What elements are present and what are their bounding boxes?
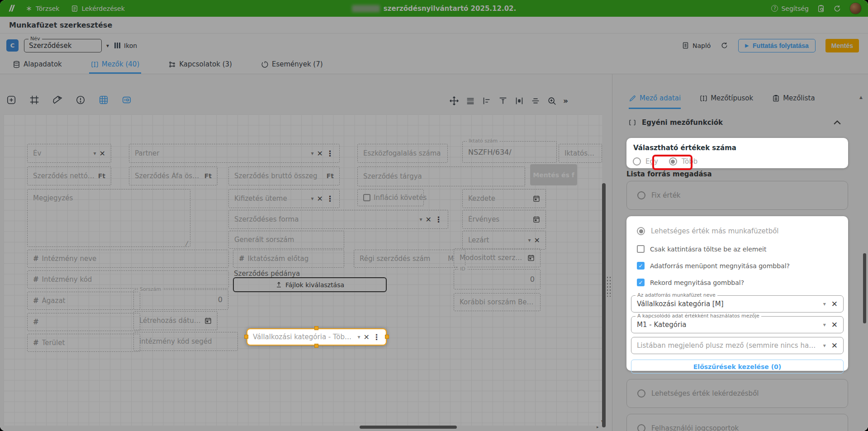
align-top-icon[interactable]	[498, 96, 508, 106]
section-egyeni-mezofunkciok[interactable]: Egyéni mezőfunkciók	[629, 118, 841, 127]
naplo-button[interactable]: Napló	[682, 42, 711, 49]
align-middle-icon[interactable]	[531, 96, 541, 106]
clear-icon[interactable]: ✕	[831, 320, 838, 329]
resize-handle[interactable]: ╱	[185, 241, 188, 246]
id-badge-icon[interactable]	[122, 95, 132, 105]
rows-icon[interactable]	[465, 96, 475, 106]
collapse-chevron-icon[interactable]	[834, 119, 841, 126]
canvas-field[interactable]: Szerződés Áfa összegFt	[129, 166, 218, 185]
canvas-field[interactable]: Létrehozás dátuma	[133, 311, 218, 330]
zoom-icon[interactable]	[547, 96, 557, 106]
tab-alapadatok[interactable]: Alapadatok	[11, 57, 64, 74]
selection-handle[interactable]	[314, 344, 318, 348]
selection-handle[interactable]	[244, 335, 248, 339]
select-datasource-workbook[interactable]: Az adatforrás munkafüzet neve Vállalkozá…	[631, 295, 844, 313]
selection-handle[interactable]	[385, 335, 389, 339]
canvas-field[interactable]: Sorszám0	[133, 289, 228, 310]
canvas-field[interactable]: Szerződés bruttó összegFt	[228, 166, 340, 185]
canvas-field[interactable]: Infláció követés	[357, 189, 424, 206]
checkbox-open-record[interactable]: ✓	[637, 279, 645, 286]
canvas-field[interactable]: #Terület	[27, 334, 140, 352]
scroll-right-arrow-icon[interactable]: ▸	[597, 425, 599, 429]
workbook-name-input[interactable]: Név Szerződések	[24, 39, 102, 52]
alert-circle-icon[interactable]	[76, 95, 85, 105]
move-icon[interactable]	[449, 96, 459, 106]
double-chevron-icon[interactable]: »	[563, 96, 568, 106]
add-field-icon[interactable]	[6, 95, 16, 105]
dropdown-arrow-icon[interactable]: ▾	[311, 195, 314, 202]
checkbox-open-source[interactable]: ✓	[637, 262, 645, 270]
dropdown-arrow-icon[interactable]: ▾	[358, 334, 360, 340]
canvas-field[interactable]: Év▾✕	[27, 144, 111, 163]
kebab-menu-icon[interactable]: ⋮	[326, 194, 334, 203]
menu-torzsek[interactable]: Törzsek	[25, 5, 59, 12]
columns-icon[interactable]	[114, 43, 120, 48]
checkbox-lazy-load[interactable]	[637, 245, 645, 253]
canvas-field[interactable]: intézmény kód segéd	[133, 332, 238, 351]
card-lekerdezes-forras[interactable]: Lehetséges érték lekérdezésből	[626, 379, 848, 408]
panel-tab-mezo-adatai[interactable]: Mező adatai	[629, 94, 681, 109]
checkbox[interactable]	[363, 194, 370, 201]
canvas-vertical-scrollbar[interactable]	[602, 183, 606, 427]
select-extra-field[interactable]: Listában megjelenő plusz mező (semmire n…	[631, 337, 844, 354]
frame-icon[interactable]	[29, 95, 39, 105]
clear-icon[interactable]: ✕	[534, 236, 540, 245]
canvas-field[interactable]: Szerződés tárgya	[357, 166, 525, 186]
refresh-icon[interactable]	[833, 5, 841, 13]
radio-user-groups[interactable]	[637, 424, 645, 431]
kebab-menu-icon[interactable]: ⋮	[373, 332, 380, 341]
dropdown-arrow-icon[interactable]: ▾	[94, 150, 96, 156]
dropdown-arrow-icon[interactable]: ▾	[528, 237, 531, 243]
canvas-field[interactable]: Szerződés nettó összegFt	[27, 166, 111, 185]
canvas-field[interactable]: Modositott szerzodes	[454, 248, 541, 267]
checkbox-row-lazy-load[interactable]: Csak kattintásra töltse be az elemeit	[637, 245, 848, 253]
select-value-field[interactable]: A kapcsolódó adat értékként használatos …	[631, 316, 844, 333]
card-jogcsoportok[interactable]: Felhasználói jogcsoportok	[626, 414, 848, 431]
radio-workbook-source[interactable]	[637, 227, 645, 235]
tab-esemenyek[interactable]: Események (7)	[259, 57, 325, 74]
kebab-menu-icon[interactable]: ⋮	[326, 149, 334, 158]
panel-scrollbar[interactable]	[863, 253, 866, 323]
tag-icon[interactable]	[52, 95, 62, 105]
canvas-field[interactable]: ID0	[454, 269, 541, 289]
dropdown-arrow-icon[interactable]: ▾	[420, 216, 422, 223]
clear-icon[interactable]: ✕	[317, 194, 323, 203]
grid-icon[interactable]	[99, 95, 109, 105]
dropdown-arrow-icon[interactable]: ▾	[311, 150, 314, 156]
canvas-field[interactable]: Lezárt▾✕	[462, 231, 546, 250]
checkbox-row-open-record[interactable]: ✓ Rekord megnyitása gombbal?	[637, 279, 848, 286]
radio-egy[interactable]	[633, 157, 641, 166]
panel-tab-mezotipusok[interactable]: Mezőtípusok	[700, 94, 753, 109]
avatar[interactable]	[849, 2, 862, 14]
prefilter-button[interactable]: Előszűrések kezelése (0)	[631, 360, 844, 374]
tab-kapcsolatok[interactable]: Kapcsolatok (3)	[166, 57, 234, 74]
file-select-button[interactable]: Fájlok kiválasztása	[233, 277, 387, 292]
canvas-field[interactable]: Szerződéses forma▾✕⋮	[228, 210, 448, 229]
selection-handle[interactable]	[314, 326, 318, 330]
clear-icon[interactable]: ✕	[831, 299, 838, 308]
align-left-icon[interactable]	[482, 96, 492, 106]
dropdown-arrow-icon[interactable]: ▾	[823, 342, 826, 349]
radio-fix-ertek[interactable]	[637, 191, 645, 199]
canvas-field[interactable]: Iktatószám	[559, 144, 602, 163]
dropdown-arrow-icon[interactable]: ▾	[823, 301, 826, 307]
canvas-field[interactable]: #Intézmény kód	[27, 270, 229, 289]
canvas-field-selected[interactable]: Vállalkozási kategória - Többki...▾✕⋮	[247, 328, 387, 346]
canvas-field[interactable]: Eszközfogalalás száma	[357, 144, 448, 163]
brand-logo-icon[interactable]	[6, 4, 16, 14]
save-button[interactable]: Mentés	[825, 39, 859, 52]
chevron-down-icon[interactable]: ▾	[106, 43, 109, 49]
help-button[interactable]: ? Segítség	[771, 5, 809, 12]
panel-resize-handle[interactable]	[606, 276, 612, 297]
canvas-field[interactable]: #Iktatószám előtag	[233, 250, 344, 268]
run-continue-button[interactable]: ▶ Futtatás folytatása	[738, 39, 815, 52]
canvas-field[interactable]: Korábbi sorszám Beíra...	[454, 293, 541, 311]
canvas-field[interactable]: Kifizetés üteme▾✕⋮	[228, 189, 340, 208]
card-fix-ertek[interactable]: Fix érték	[626, 181, 848, 210]
clear-icon[interactable]: ✕	[426, 215, 432, 224]
canvas-field[interactable]: #Ágazat	[27, 292, 140, 310]
radio-query-source[interactable]	[637, 389, 645, 398]
canvas-field[interactable]: Mentés és f	[530, 164, 577, 185]
checkbox-row-open-source[interactable]: ✓ Adatforrás menüpont megnyitása gombbal…	[637, 262, 848, 270]
canvas-field[interactable]: Iktató számNSZFH/634/	[462, 141, 557, 163]
